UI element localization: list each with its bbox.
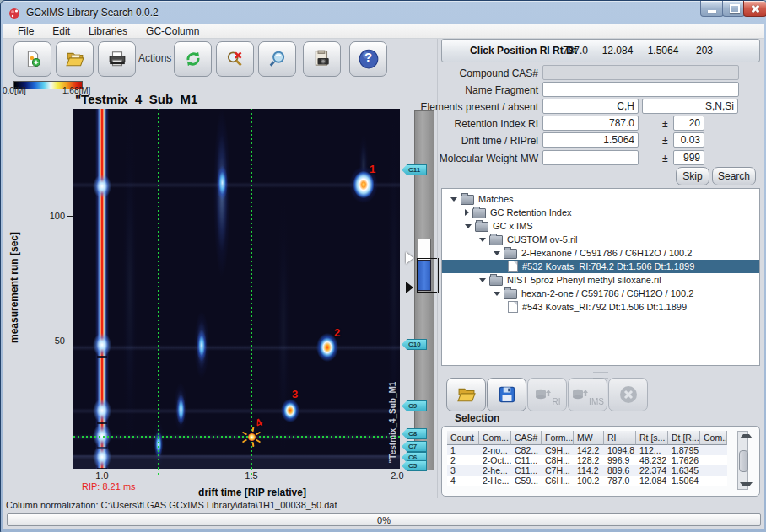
menu-gc-column[interactable]: GC-Column [137,24,208,38]
table-cell[interactable]: 2-he... [479,465,511,476]
table-header-cell[interactable]: Dt [R... [668,431,700,445]
cas-field[interactable] [542,65,739,80]
table-cell[interactable]: 4 [447,476,479,486]
table-header-cell[interactable]: Rt [s... [636,431,668,445]
table-cell[interactable]: 2-no... [479,445,511,455]
table-cell[interactable]: 889.6 [604,465,636,476]
upload-ri-button[interactable]: RI [527,378,567,411]
scroll-down-icon[interactable] [740,482,753,486]
table-cell[interactable] [700,465,727,476]
strip-lower-handle[interactable] [406,282,413,293]
collapse-icon[interactable] [479,278,486,282]
table-cell[interactable]: C7H... [542,465,574,476]
table-cell[interactable]: 22.374 [636,465,668,476]
table-cell[interactable]: 2-He... [479,476,511,486]
minimize-button[interactable] [700,1,724,17]
table-cell[interactable]: 3 [447,465,479,476]
table-cell[interactable]: 128.2 [574,455,604,465]
table-cell[interactable]: 1.6345 [668,465,700,476]
table-cell[interactable] [700,445,727,455]
table-cell[interactable]: 996.9 [604,455,636,465]
table-cell[interactable]: C11... [511,455,542,465]
table-cell[interactable]: C8H... [542,455,574,465]
table-cell[interactable]: 142.2 [574,445,604,455]
table-cell[interactable]: C9H... [542,445,574,455]
help-button[interactable]: ? [349,41,387,77]
strip-upper-handle[interactable] [406,252,413,264]
dt-tolerance-field[interactable]: 0.03 [673,132,704,148]
table-cell[interactable]: 112... [636,445,668,455]
scroll-up-icon[interactable] [740,434,753,438]
close-button[interactable] [743,1,766,17]
table-cell[interactable]: 100.2 [574,476,604,486]
table-cell[interactable]: 1.8795 [668,445,700,455]
tree-item-2[interactable]: GC Retention Index [442,206,760,219]
collapse-icon[interactable] [494,251,500,255]
table-header-cell[interactable]: Com... [479,431,511,445]
scrollbar-thumb[interactable] [739,450,748,472]
maximize-button[interactable] [722,1,745,17]
drift-time-field[interactable]: 1.5064 [542,132,639,148]
table-cell[interactable]: 2-Oct... [479,455,511,465]
menu-libraries[interactable]: Libraries [79,24,137,38]
table-cell[interactable]: 1.5064 [668,476,700,486]
table-cell[interactable]: 1 [447,445,479,455]
table-header-cell[interactable]: Com... [700,431,727,445]
table-cell[interactable]: 114.2 [574,465,604,476]
collapse-icon[interactable] [479,238,486,242]
print-button[interactable] [98,41,136,77]
tree-item-6[interactable]: #532 Kovats_RI:784.2 Dt:1.506 Dt:1.1899 [442,260,760,273]
tree-item-1[interactable]: Matches [442,192,760,206]
open-button[interactable] [56,41,94,77]
search-button[interactable]: Search [712,167,756,185]
table-scrollbar[interactable] [737,431,748,490]
tree-item-7[interactable]: NIST 5proz Phenyl methyl siloxane.ril [442,273,760,287]
snapshot-button[interactable] [303,41,341,77]
menu-edit[interactable]: Edit [43,24,79,38]
upload-ims-button[interactable]: IMS [568,378,607,411]
refresh-button[interactable] [174,41,212,77]
search-zoom-button[interactable] [258,41,296,77]
table-header-cell[interactable]: Form... [542,431,574,445]
reset-zoom-button[interactable] [216,41,254,77]
tree-item-3[interactable]: GC x IMS [442,219,760,233]
tree-item-8[interactable]: hexan-2-one / C591786 / C6H12O / 100.2 [442,287,760,300]
elements-absent-field[interactable]: S,N,Si [642,99,738,114]
expand-icon[interactable] [465,209,469,216]
table-header-cell[interactable]: RI [604,431,636,445]
table-cell[interactable]: C82... [511,445,542,455]
table-cell[interactable] [700,455,727,465]
table-cell[interactable]: C6H... [542,476,574,486]
tree-item-4[interactable]: CUSTOM ov-5.ril [442,233,760,246]
table-cell[interactable]: 12.084 [636,476,668,486]
save-selection-button[interactable] [487,378,526,411]
delete-selection-button[interactable] [608,378,648,411]
elements-present-field[interactable]: C,H [542,99,639,114]
table-cell[interactable]: 1.7626 [668,455,700,465]
table-cell[interactable]: 1094.8 [604,445,636,455]
table-cell[interactable]: 48.232 [636,455,668,465]
table-cell[interactable]: C59... [511,476,542,486]
retention-index-field[interactable]: 787.0 [542,116,639,131]
table-cell[interactable]: C11... [511,465,542,476]
skip-button[interactable]: Skip [676,167,709,185]
collapse-icon[interactable] [465,224,472,228]
results-tree[interactable]: MatchesGC Retention IndexGC x IMSCUSTOM … [441,188,760,366]
table-header-cell[interactable]: MW [574,431,604,445]
table-header-cell[interactable]: CAS# [511,431,542,445]
name-fragment-field[interactable] [542,82,739,97]
table-cell[interactable]: 787.0 [604,476,636,486]
menu-file[interactable]: File [8,24,43,38]
table-cell[interactable] [700,476,727,486]
tree-item-9[interactable]: #543 Kovats_RI:792 Dt:1.506 Dt:1.1899 [442,300,760,314]
collapse-icon[interactable] [450,197,457,202]
table-cell[interactable]: 2 [447,455,479,465]
new-button[interactable] [13,41,51,77]
title-bar[interactable]: GCxIMS Library Search 0.0.2 [1,1,766,24]
ri-tolerance-field[interactable]: 20 [673,116,704,131]
molecular-weight-field[interactable] [542,150,639,165]
tree-item-5[interactable]: 2-Hexanone / C591786 / C6H12O / 100.2 [442,246,760,260]
selection-table[interactable]: CountCom...CAS#Form...MWRIRt [s...Dt [R.… [447,431,736,486]
load-selection-button[interactable] [446,378,486,411]
collapse-icon[interactable] [494,292,500,296]
